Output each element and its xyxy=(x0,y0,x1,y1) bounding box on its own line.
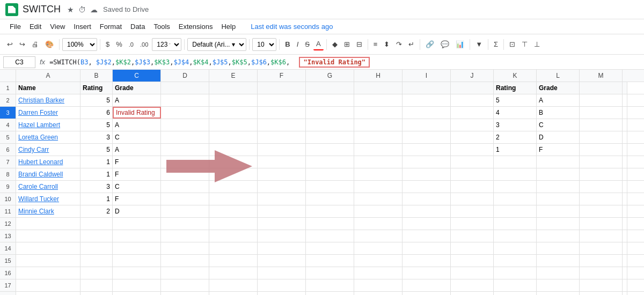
cell-H15[interactable] xyxy=(354,255,402,267)
v-align-button[interactable]: ⬍ xyxy=(381,39,392,50)
cell-G14[interactable] xyxy=(306,242,354,254)
cell-F12[interactable] xyxy=(258,218,306,230)
cell-G11[interactable] xyxy=(306,205,354,217)
cell-M18[interactable] xyxy=(580,292,623,295)
cell-E10[interactable] xyxy=(209,193,258,205)
cell-A14[interactable] xyxy=(16,242,80,254)
cell-F9[interactable] xyxy=(258,181,306,193)
cell-M4[interactable] xyxy=(580,119,623,131)
cell-H7[interactable] xyxy=(354,156,402,168)
cell-N9[interactable] xyxy=(623,181,627,193)
cell-K17[interactable] xyxy=(494,279,537,291)
cell-K11[interactable] xyxy=(494,205,537,217)
redo-button[interactable]: ↪ xyxy=(17,39,28,50)
cell-L7[interactable] xyxy=(537,156,580,168)
cell-H6[interactable] xyxy=(354,144,402,156)
cell-D8[interactable] xyxy=(161,168,209,180)
cell-C18[interactable] xyxy=(113,292,161,295)
cell-E3[interactable] xyxy=(209,107,258,119)
cell-I6[interactable] xyxy=(402,144,451,156)
cell-N16[interactable] xyxy=(623,267,627,279)
cell-I16[interactable] xyxy=(402,267,451,279)
more-btn-3[interactable]: ⊥ xyxy=(531,39,543,50)
cell-D15[interactable] xyxy=(161,255,209,267)
row-number-13[interactable]: 13 xyxy=(0,230,16,242)
cell-J7[interactable] xyxy=(451,156,494,168)
link-button[interactable]: 🔗 xyxy=(423,39,437,50)
cell-E9[interactable] xyxy=(209,181,258,193)
row-number-6[interactable]: 6 xyxy=(0,144,16,156)
cell-L6[interactable]: F xyxy=(537,144,580,156)
cell-L14[interactable] xyxy=(537,242,580,254)
cell-N10[interactable] xyxy=(623,193,627,205)
cell-L12[interactable] xyxy=(537,218,580,230)
cell-A6[interactable]: Cindy Carr xyxy=(16,144,80,156)
cell-I15[interactable] xyxy=(402,255,451,267)
cell-K18[interactable] xyxy=(494,292,537,295)
merge-button[interactable]: ⊟ xyxy=(354,39,365,50)
cell-D14[interactable] xyxy=(161,242,209,254)
row-number-16[interactable]: 16 xyxy=(0,267,16,279)
cell-L16[interactable] xyxy=(537,267,580,279)
cell-I5[interactable] xyxy=(402,131,451,143)
cell-N11[interactable] xyxy=(623,205,627,217)
menu-view[interactable]: View xyxy=(46,21,69,32)
cell-K9[interactable] xyxy=(494,181,537,193)
cell-C2[interactable]: A xyxy=(113,94,161,106)
menu-format[interactable]: Format xyxy=(96,21,126,32)
cell-H16[interactable] xyxy=(354,267,402,279)
cell-J13[interactable] xyxy=(451,230,494,242)
cell-N17[interactable] xyxy=(623,279,627,291)
cell-J2[interactable] xyxy=(451,94,494,106)
cell-F1[interactable] xyxy=(258,82,306,94)
row-number-11[interactable]: 11 xyxy=(0,205,16,217)
cell-M17[interactable] xyxy=(580,279,623,291)
cell-G18[interactable] xyxy=(306,292,354,295)
cell-J4[interactable] xyxy=(451,119,494,131)
cell-C13[interactable] xyxy=(113,230,161,242)
cell-E6[interactable] xyxy=(209,144,258,156)
row-number-7[interactable]: 7 xyxy=(0,156,16,168)
cell-I3[interactable] xyxy=(402,107,451,119)
cell-E7[interactable] xyxy=(209,156,258,168)
cell-K12[interactable] xyxy=(494,218,537,230)
cell-H8[interactable] xyxy=(354,168,402,180)
h-align-button[interactable]: ≡ xyxy=(371,39,380,50)
cell-M9[interactable] xyxy=(580,181,623,193)
cell-H3[interactable] xyxy=(354,107,402,119)
cell-G6[interactable] xyxy=(306,144,354,156)
cell-C9[interactable]: C xyxy=(113,181,161,193)
cell-M3[interactable] xyxy=(580,107,623,119)
cell-I14[interactable] xyxy=(402,242,451,254)
col-header-c[interactable]: C xyxy=(113,70,161,82)
cell-M14[interactable] xyxy=(580,242,623,254)
cell-G4[interactable] xyxy=(306,119,354,131)
cell-I2[interactable] xyxy=(402,94,451,106)
font-size-select[interactable]: 10 ▾ xyxy=(252,38,276,51)
cell-L15[interactable] xyxy=(537,255,580,267)
cell-E15[interactable] xyxy=(209,255,258,267)
cell-F14[interactable] xyxy=(258,242,306,254)
row-number-17[interactable]: 17 xyxy=(0,279,16,291)
currency-button[interactable]: $ xyxy=(103,39,112,50)
cell-L5[interactable]: D xyxy=(537,131,580,143)
cell-I10[interactable] xyxy=(402,193,451,205)
cell-K13[interactable] xyxy=(494,230,537,242)
cell-M10[interactable] xyxy=(580,193,623,205)
cell-I9[interactable] xyxy=(402,181,451,193)
menu-tools[interactable]: Tools xyxy=(149,21,174,32)
cell-G13[interactable] xyxy=(306,230,354,242)
paint-format-button[interactable]: 🎨 xyxy=(42,39,56,50)
cell-A3[interactable]: Darren Foster xyxy=(16,107,80,119)
cell-C16[interactable] xyxy=(113,267,161,279)
cell-D7[interactable] xyxy=(161,156,209,168)
percent-button[interactable]: % xyxy=(113,39,125,50)
cell-G5[interactable] xyxy=(306,131,354,143)
history-icon[interactable]: ⏱ xyxy=(78,5,86,14)
cell-H14[interactable] xyxy=(354,242,402,254)
cell-B14[interactable] xyxy=(80,242,113,254)
menu-help[interactable]: Help xyxy=(217,21,240,32)
cell-A5[interactable]: Loretta Green xyxy=(16,131,80,143)
cell-D6[interactable] xyxy=(161,144,209,156)
cell-G17[interactable] xyxy=(306,279,354,291)
